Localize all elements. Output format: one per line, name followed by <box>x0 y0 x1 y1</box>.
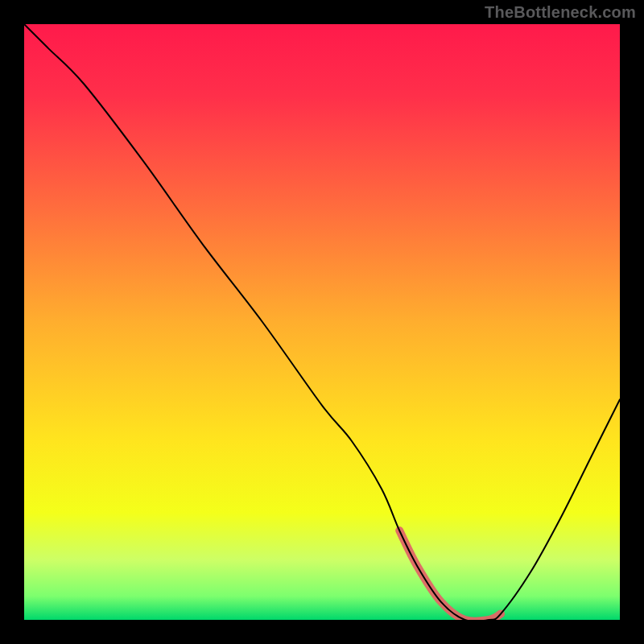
chart-stage: TheBottleneck.com <box>0 0 644 644</box>
chart-svg <box>24 24 620 620</box>
watermark-text: TheBottleneck.com <box>485 3 636 22</box>
gradient-background <box>24 24 620 620</box>
chart-plot <box>24 24 620 620</box>
